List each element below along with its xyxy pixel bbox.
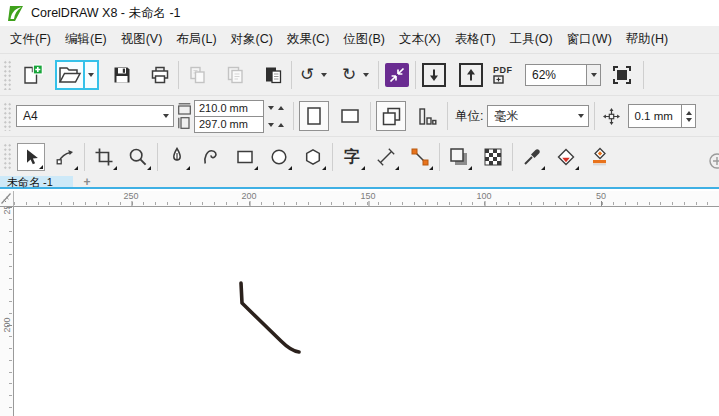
open-document-button[interactable] xyxy=(57,62,83,88)
connector-tool[interactable] xyxy=(406,143,434,171)
zoom-level-value[interactable]: 62% xyxy=(526,68,586,82)
fullscreen-preview-button[interactable] xyxy=(609,62,635,88)
nudge-distance-value[interactable]: 0.1 mm xyxy=(629,110,681,122)
page-height-field[interactable]: 297.0 mm xyxy=(194,116,264,133)
eyedropper-icon xyxy=(522,147,542,167)
menu-table[interactable]: 表格(T) xyxy=(448,26,503,53)
all-pages-button[interactable] xyxy=(376,101,406,131)
redo-button[interactable]: ↻ xyxy=(339,62,359,88)
chevron-down-icon xyxy=(321,73,327,77)
nudge-distance-input[interactable]: 0.1 mm xyxy=(628,104,696,128)
landscape-button[interactable] xyxy=(335,101,365,131)
ellipse-tool[interactable] xyxy=(265,143,293,171)
interactive-fill-tool[interactable] xyxy=(552,143,580,171)
paste-button[interactable] xyxy=(260,62,286,88)
horizontal-ruler[interactable]: 250 200 150 100 50 xyxy=(14,191,719,207)
hruler-label: 250 xyxy=(123,191,138,201)
fullscreen-icon xyxy=(612,65,632,85)
ruler-origin-corner[interactable] xyxy=(0,191,14,207)
drawn-curve[interactable] xyxy=(241,283,299,352)
freehand-tool[interactable] xyxy=(163,143,191,171)
print-icon xyxy=(150,65,170,85)
transparency-tool[interactable] xyxy=(479,143,507,171)
checkerboard-icon xyxy=(483,147,503,167)
hruler-label: 100 xyxy=(476,191,491,201)
new-document-tab-button[interactable]: + xyxy=(73,176,101,187)
print-button[interactable] xyxy=(147,62,173,88)
pick-arrow-icon xyxy=(21,147,41,167)
zoom-tool[interactable] xyxy=(124,143,152,171)
save-button[interactable] xyxy=(109,62,135,88)
import-button[interactable] xyxy=(421,62,447,88)
color-eyedropper-tool[interactable] xyxy=(518,143,546,171)
menu-text[interactable]: 文本(X) xyxy=(392,26,448,53)
ellipse-icon xyxy=(269,147,289,167)
chevron-down-icon[interactable] xyxy=(159,106,173,126)
menu-file[interactable]: 文件(F) xyxy=(3,26,58,53)
menu-help[interactable]: 帮助(H) xyxy=(619,26,675,53)
drawing-canvas[interactable] xyxy=(15,208,719,416)
page-dimensions-group: 210.0 mm 297.0 mm xyxy=(178,100,288,133)
nudge-spinner[interactable] xyxy=(681,105,695,127)
undo-dropdown[interactable] xyxy=(317,62,331,88)
undo-button[interactable]: ↺ xyxy=(297,62,317,88)
coreldraw-logo-icon xyxy=(7,5,24,22)
portrait-button[interactable] xyxy=(299,101,329,131)
pen-nib-icon xyxy=(167,147,187,167)
open-recent-dropdown[interactable] xyxy=(83,62,97,88)
property-bar-grip[interactable] xyxy=(2,101,11,131)
drop-shadow-tool[interactable] xyxy=(445,143,473,171)
swirl-stroke-icon xyxy=(201,147,221,167)
menu-tools[interactable]: 工具(O) xyxy=(503,26,560,53)
text-tool[interactable]: 字 xyxy=(338,143,366,171)
hruler-label: 50 xyxy=(596,191,606,201)
customize-toolbox-button[interactable] xyxy=(703,147,719,175)
crop-tool[interactable] xyxy=(90,143,118,171)
menu-view[interactable]: 视图(V) xyxy=(114,26,170,53)
chevron-down-icon xyxy=(591,73,597,77)
dimension-tool[interactable] xyxy=(372,143,400,171)
window-title: CorelDRAW X8 - 未命名 -1 xyxy=(31,5,181,22)
cut-button[interactable] xyxy=(184,62,210,88)
plus-circle-icon xyxy=(707,151,719,171)
menu-edit[interactable]: 编辑(E) xyxy=(58,26,114,53)
menu-window[interactable]: 窗口(W) xyxy=(560,26,619,53)
nudge-offset-button xyxy=(600,101,622,131)
zoom-level-combo[interactable]: 62% xyxy=(525,64,601,86)
page-height-spinner[interactable] xyxy=(264,123,288,127)
current-page-button[interactable] xyxy=(412,101,442,131)
chevron-down-icon[interactable] xyxy=(574,106,588,126)
smart-fill-tool[interactable] xyxy=(586,143,614,171)
polygon-tool[interactable] xyxy=(299,143,327,171)
menu-effects[interactable]: 效果(C) xyxy=(280,26,336,53)
zoom-level-dropdown[interactable] xyxy=(586,65,600,85)
units-combo[interactable]: 毫米 xyxy=(487,105,589,127)
export-button[interactable] xyxy=(458,62,484,88)
copy-button[interactable] xyxy=(222,62,248,88)
magnifier-icon xyxy=(128,147,148,167)
document-tab-active[interactable]: 未命名 -1 xyxy=(0,176,73,187)
redo-dropdown[interactable] xyxy=(359,62,373,88)
coreldraw-window: CorelDRAW X8 - 未命名 -1 文件(F) 编辑(E) 视图(V) … xyxy=(0,0,719,416)
page-width-spinner[interactable] xyxy=(264,106,288,110)
hruler-label: 200 xyxy=(241,191,256,201)
publish-to-pdf-button[interactable]: PDF xyxy=(493,60,519,90)
vertical-ruler[interactable]: 250 200 xyxy=(0,207,14,416)
pick-tool[interactable] xyxy=(17,143,45,171)
menu-object[interactable]: 对象(C) xyxy=(224,26,280,53)
menu-bitmaps[interactable]: 位图(B) xyxy=(336,26,392,53)
new-document-button[interactable] xyxy=(19,62,45,88)
shape-tool[interactable] xyxy=(51,143,79,171)
redo-icon: ↻ xyxy=(342,66,356,83)
horizontal-ruler-ticks xyxy=(14,202,719,205)
page-size-combo[interactable]: A4 xyxy=(16,105,174,127)
page-width-field[interactable]: 210.0 mm xyxy=(194,100,264,117)
search-content-button[interactable] xyxy=(384,62,410,88)
toolbar-grip[interactable] xyxy=(2,59,11,90)
menu-layout[interactable]: 布局(L) xyxy=(169,26,223,53)
shape-node-icon xyxy=(55,147,75,167)
rectangle-tool[interactable] xyxy=(231,143,259,171)
toolbox-grip[interactable] xyxy=(2,142,11,171)
artistic-media-tool[interactable] xyxy=(197,143,225,171)
dimension-line-icon xyxy=(376,147,396,167)
